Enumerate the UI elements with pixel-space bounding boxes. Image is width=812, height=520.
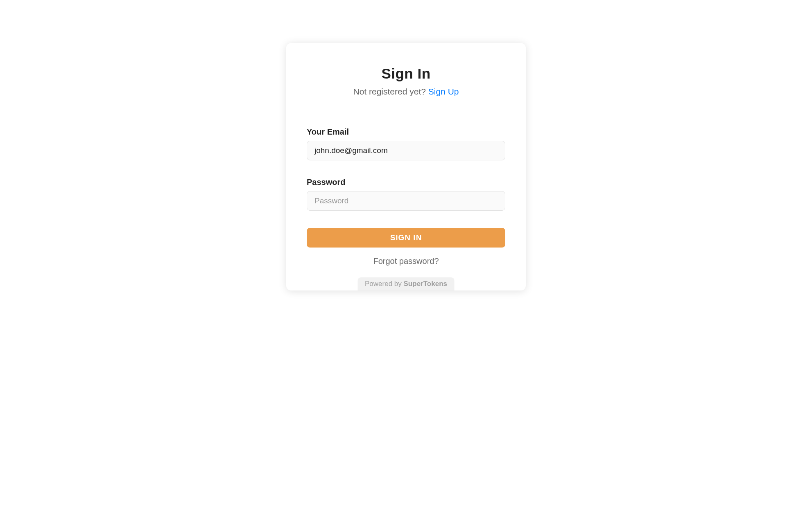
page-title: Sign In xyxy=(307,65,505,82)
divider xyxy=(307,114,505,114)
signin-card: Sign In Not registered yet? Sign Up Your… xyxy=(286,43,526,290)
password-label: Password xyxy=(307,178,505,187)
password-group: Password xyxy=(307,178,505,211)
forgot-password-link[interactable]: Forgot password? xyxy=(307,257,505,266)
subtitle-text: Not registered yet? xyxy=(353,87,428,96)
subtitle: Not registered yet? Sign Up xyxy=(307,87,505,97)
email-field[interactable] xyxy=(307,141,505,160)
powered-by-brand: SuperTokens xyxy=(404,280,447,288)
signin-button[interactable]: SIGN IN xyxy=(307,228,505,248)
password-field[interactable] xyxy=(307,191,505,211)
powered-by-text: Powered by xyxy=(365,280,404,288)
email-group: Your Email xyxy=(307,127,505,160)
email-label: Your Email xyxy=(307,127,505,137)
signup-link[interactable]: Sign Up xyxy=(428,87,459,96)
powered-by-badge: Powered by SuperTokens xyxy=(357,277,455,290)
